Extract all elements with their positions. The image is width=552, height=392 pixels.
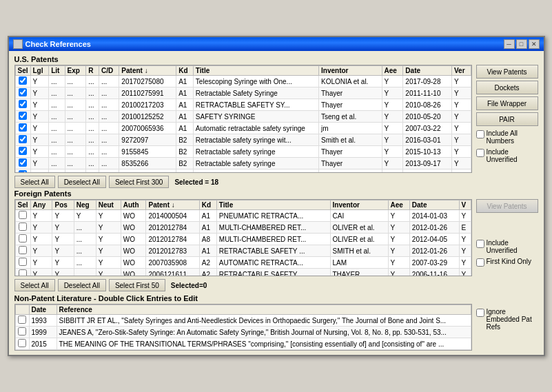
foreign-row-neut: Y — [96, 222, 121, 234]
col-patent: Patent ↓ — [119, 66, 176, 76]
foreign-row-sel[interactable] — [15, 269, 30, 276]
us-patent-row: Y ... ... ... ... 8535266 B2 Retractable… — [15, 158, 471, 169]
np-row-sel[interactable] — [15, 327, 29, 338]
us-row-sel[interactable] — [15, 134, 30, 146]
np-row-sel[interactable] — [15, 338, 29, 350]
view-patents-button[interactable]: View Patents — [476, 65, 538, 79]
non-patent-row[interactable]: 1993 SIBBITT JR ET AL., "Safety Syringes… — [15, 315, 471, 327]
us-row-sel[interactable] — [15, 169, 30, 173]
include-all-numbers-label: Include All Numbers — [487, 130, 538, 145]
pair-button[interactable]: PAIR — [476, 112, 538, 126]
us-row-title: Retractable safety syringe wit... — [193, 134, 318, 146]
us-row-aee: Y — [382, 123, 403, 134]
include-unverified-us-checkbox[interactable] — [476, 149, 484, 157]
us-row-title: Retractable safety syringe wit... — [193, 169, 318, 173]
fcol-kd: Kd — [199, 200, 216, 210]
us-row-patent: 20070065936 — [119, 123, 176, 134]
foreign-row-neg: ... — [74, 257, 96, 269]
us-row-kd: A1 — [176, 76, 194, 87]
view-patents-foreign-button[interactable]: View Patents — [476, 199, 538, 213]
us-row-patent: 20100217203 — [119, 99, 176, 111]
foreign-row-sel[interactable] — [15, 210, 30, 222]
us-row-sel[interactable] — [15, 87, 30, 99]
us-row-lit: ... — [49, 76, 65, 87]
us-row-lit: ... — [49, 111, 65, 123]
us-row-exp: ... — [65, 99, 86, 111]
us-row-r: ... — [86, 111, 99, 123]
dockets-button[interactable]: Dockets — [476, 81, 538, 94]
foreign-row-any: Y — [30, 222, 52, 234]
foreign-row-sel[interactable] — [15, 234, 30, 245]
foreign-row-date: 2014-01-03 — [409, 210, 459, 222]
us-row-date: 2016-03-01 — [403, 134, 452, 146]
file-wrapper-button[interactable]: File Wrapper — [476, 96, 538, 110]
us-row-inventor: Thayer — [319, 158, 382, 169]
npcol-date: Date — [29, 305, 57, 315]
non-patent-row[interactable]: 2015 THE MEANING OF THE TRANSITIONAL TER… — [15, 338, 471, 350]
us-patents-table-scroll[interactable]: Sel Lgl Lit Exp R C/D Patent ↓ Kd Title … — [15, 65, 471, 172]
us-row-kd: A1 — [176, 123, 194, 134]
include-all-numbers-checkbox[interactable] — [476, 130, 484, 138]
foreign-row-title: PNEUMATIC RETRACTA... — [216, 210, 330, 222]
us-row-sel[interactable] — [15, 123, 30, 134]
us-row-sel[interactable] — [15, 158, 30, 169]
first-kind-only-checkbox[interactable] — [476, 258, 484, 267]
fcol-date: Date — [409, 200, 459, 210]
us-row-patent: 8535266 — [119, 158, 176, 169]
foreign-patents-label: Foreign Patents — [14, 189, 538, 198]
foreign-row-neg: ... — [74, 245, 96, 257]
foreign-row-pos: Y — [52, 269, 74, 276]
foreign-row-patent: 2012012784 — [146, 222, 199, 234]
foreign-deselect-all-button[interactable]: Deselect All — [58, 279, 106, 291]
foreign-row-any: Y — [30, 269, 52, 276]
us-deselect-all-button[interactable]: Deselect All — [58, 176, 106, 188]
us-row-lit: ... — [49, 123, 65, 134]
us-row-sel[interactable] — [15, 111, 30, 123]
us-row-ver: Y — [451, 158, 471, 169]
foreign-row-aee: Y — [388, 269, 409, 276]
foreign-row-kd: A2 — [199, 257, 216, 269]
ignore-embedded-checkbox[interactable] — [476, 309, 484, 317]
us-row-r: ... — [86, 87, 99, 99]
us-row-cd: ... — [99, 76, 119, 87]
col-exp: Exp — [65, 66, 86, 76]
us-row-sel[interactable] — [15, 76, 30, 87]
us-select-first-button[interactable]: Select First 300 — [109, 176, 169, 188]
minimize-button[interactable]: ─ — [504, 39, 515, 49]
non-patent-row[interactable]: 1999 JEANES A, "Zero-Stik-Safety Syringe… — [15, 327, 471, 338]
foreign-row-auth: WO — [121, 234, 146, 245]
foreign-patents-table-scroll[interactable]: Sel Any Pos Neg Neut Auth Patent ↓ Kd Ti… — [15, 200, 471, 276]
us-row-exp: ... — [65, 111, 86, 123]
us-row-inventor: Thayer — [319, 99, 382, 111]
col-aee: Aee — [382, 66, 403, 76]
us-row-ver: Y — [451, 76, 471, 87]
maximize-button[interactable]: □ — [516, 39, 527, 49]
us-row-patent: 8517986 — [119, 169, 176, 173]
us-row-ver: Y — [451, 99, 471, 111]
foreign-select-first-button[interactable]: Select First 50 — [109, 279, 165, 291]
us-buttons-row: Select All Deselect All Select First 300… — [14, 176, 538, 188]
close-button[interactable]: ✕ — [529, 39, 540, 49]
foreign-row-title: MULTI-CHAMBERED RET... — [216, 222, 330, 234]
include-unverified-foreign-checkbox[interactable] — [476, 240, 484, 248]
foreign-patent-row: Y Y ... Y WO 2012012784 A8 MULTI-CHAMBER… — [15, 234, 471, 245]
us-row-lit: ... — [49, 169, 65, 173]
foreign-patent-row: Y Y Y Y WO 2014000504 A1 PNEUMATIC RETRA… — [15, 210, 471, 222]
foreign-row-inventor: SMITH et al. — [330, 245, 388, 257]
us-row-sel[interactable] — [15, 146, 30, 158]
foreign-row-aee: Y — [388, 257, 409, 269]
foreign-row-neg: ... — [74, 269, 96, 276]
us-row-aee: Y — [382, 134, 403, 146]
us-row-sel[interactable] — [15, 99, 30, 111]
foreign-row-any: Y — [30, 257, 52, 269]
np-row-date: 1999 — [29, 327, 57, 338]
us-row-kd: B2 — [176, 158, 194, 169]
us-row-r: ... — [86, 134, 99, 146]
np-row-sel[interactable] — [15, 315, 29, 327]
foreign-row-sel[interactable] — [15, 245, 30, 257]
us-select-all-button[interactable]: Select All — [14, 176, 55, 188]
foreign-row-sel[interactable] — [15, 257, 30, 269]
foreign-row-sel[interactable] — [15, 222, 30, 234]
us-row-lit: ... — [49, 99, 65, 111]
foreign-select-all-button[interactable]: Select All — [14, 279, 55, 291]
